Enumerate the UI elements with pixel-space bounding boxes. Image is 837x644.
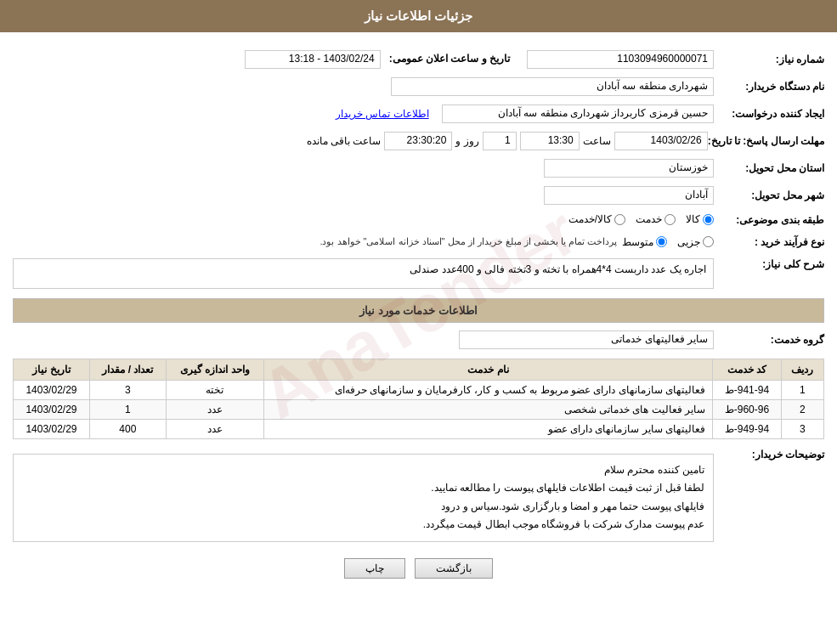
deadline-remaining-label: ساعت باقی مانده [307,135,382,147]
creator-label: ایجاد کننده درخواست: [714,108,824,120]
creator-value: حسین قرمزی کاربرداز شهرداری منطقه سه آبا… [442,105,714,123]
category-radio-kala[interactable] [703,214,714,225]
services-table: ردیف کد خدمت نام خدمت واحد اندازه گیری ت… [13,359,824,439]
cell-unit: عدد [166,419,263,438]
buyer-notes-label: توضیحات خریدار: [714,449,824,460]
cell-qty: 400 [89,419,166,438]
deadline-date: 1403/02/26 [614,132,708,150]
cell-name: سایر فعالیت های خدماتی شخصی [263,399,712,419]
category-radio-khedmat[interactable] [665,214,676,225]
cell-code: 941-94-ط [712,380,781,399]
announce-date-value: 1403/02/24 - 13:18 [245,50,381,69]
buyer-org-row: نام دستگاه خریدار: شهرداری منطقه سه آباد… [13,75,824,99]
province-row: استان محل تحویل: خوزستان [13,156,824,180]
print-button[interactable]: چاپ [344,558,405,579]
buyer-notes-row: توضیحات خریدار: تامین کننده محترم سلام ل… [13,446,824,550]
service-group-label: گروه خدمت: [714,334,824,346]
category-option-both: کالا/خدمت [568,213,625,225]
buyer-org-value: شهرداری منطقه سه آبادان [391,77,714,96]
cell-code: 960-96-ط [712,399,781,419]
cell-row: 3 [781,419,823,438]
cell-unit: عدد [166,399,263,419]
process-radio-jozi[interactable] [703,236,714,247]
process-row: نوع فرآیند خرید : جزیی متوسط پرداخت تمام… [13,234,824,251]
category-row: طبقه بندی موضوعی: کالا خدمت کالا/خدمت [13,211,824,230]
col-date: تاریخ نیاز [14,359,90,380]
col-unit: واحد اندازه گیری [166,359,263,380]
table-header-row: ردیف کد خدمت نام خدمت واحد اندازه گیری ت… [14,359,824,380]
buyer-notes-line1: تامین کننده محترم سلام [22,461,704,480]
deadline-remaining: 23:30:20 [384,132,452,150]
buyer-notes-value: تامین کننده محترم سلام لطفا قبل از ثبت ق… [13,454,714,542]
back-button[interactable]: بازگشت [415,558,493,579]
process-option-motavasset: متوسط [622,236,667,248]
process-radio-motavasset[interactable] [656,236,667,247]
table-row: 2 960-96-ط سایر فعالیت های خدماتی شخصی ع… [14,399,824,419]
cell-qty: 3 [89,380,166,399]
cell-unit: تخته [166,380,263,399]
deadline-day-label: روز و [455,135,478,147]
deadline-time: 13:30 [520,132,580,150]
need-number-value: 1103094960000071 [527,50,714,69]
cell-name: فعالیتهای سایر سازمانهای دارای عضو [263,419,712,438]
category-option-khedmat: خدمت [636,213,676,225]
cell-code: 949-94-ط [712,419,781,438]
service-group-row: گروه خدمت: سایر فعالیتهای خدماتی [13,328,824,352]
category-label-khedmat: خدمت [636,213,662,225]
need-desc-label: شرح کلی نیاز: [714,258,824,270]
need-number-label: شماره نیاز: [714,54,824,65]
city-label: شهر محل تحویل: [714,189,824,201]
col-code: کد خدمت [712,359,781,380]
cell-date: 1403/02/29 [14,380,90,399]
need-desc-value: اجاره یک عدد داربست 4*4همراه با تخته و 3… [13,258,714,289]
process-label: نوع فرآیند خرید : [714,236,824,248]
category-option-kala: کالا [686,213,714,225]
page-header: جزئیات اطلاعات نیاز [0,0,837,32]
creator-row: ایجاد کننده درخواست: حسین قرمزی کاربرداز… [13,102,824,126]
cell-qty: 1 [89,399,166,419]
process-label-motavasset: متوسط [622,236,653,248]
deadline-time-label: ساعت [583,135,611,147]
category-label: طبقه بندی موضوعی: [714,214,824,226]
page-title: جزئیات اطلاعات نیاز [365,8,472,23]
category-label-kala: کالا [686,213,700,225]
need-number-row: شماره نیاز: 1103094960000071 تاریخ و ساع… [13,48,824,71]
service-group-value: سایر فعالیتهای خدماتی [459,330,714,349]
cell-date: 1403/02/29 [14,399,90,419]
cell-row: 2 [781,399,823,419]
deadline-row: مهلت ارسال پاسخ: تا تاریخ: 1403/02/26 سا… [13,129,824,153]
category-radio-group: کالا خدمت کالا/خدمت [568,213,714,225]
city-row: شهر محل تحویل: آبادان [13,184,824,207]
deadline-label: مهلت ارسال پاسخ: تا تاریخ: [708,135,824,147]
process-label-jozi: جزیی [677,236,700,248]
need-desc-row: شرح کلی نیاز: اجاره یک عدد داربست 4*4همر… [13,256,824,291]
buyer-notes-line4: عدم پیوست مدارک شرکت با فروشگاه موجب ابط… [22,516,704,534]
buyer-org-label: نام دستگاه خریدار: [714,81,824,93]
buyer-notes-line2: لطفا قبل از ثبت قیمت اطلاعات فایلهای پیو… [22,479,704,498]
col-name: نام خدمت [263,359,712,380]
process-note: پرداخت تمام یا بخشی از مبلغ خریدار از مح… [320,236,617,247]
process-option-jozi: جزیی [677,236,714,248]
cell-name: فعالیتهای سازمانهای دارای عضو مربوط به ک… [263,380,712,399]
creator-contact-link[interactable]: اطلاعات تماس خریدار [336,108,429,120]
category-label-both: کالا/خدمت [568,213,612,225]
deadline-day: 1 [483,132,517,150]
table-row: 1 941-94-ط فعالیتهای سازمانهای دارای عضو… [14,380,824,399]
process-radio-group: جزیی متوسط [622,236,714,248]
province-value: خوزستان [544,159,714,178]
city-value: آبادان [544,186,714,205]
col-qty: تعداد / مقدار [89,359,166,380]
buyer-notes-line3: فایلهای پیوست حتما مهر و امضا و بارگزاری… [22,498,704,517]
col-row: ردیف [781,359,823,380]
announce-date-label: تاریخ و ساعت اعلان عمومی: [389,53,510,65]
button-row: بازگشت چاپ [13,550,824,587]
category-radio-both[interactable] [614,214,625,225]
table-row: 3 949-94-ط فعالیتهای سایر سازمانهای دارا… [14,419,824,438]
services-section-header: اطلاعات خدمات مورد نیاز [13,298,824,323]
province-label: استان محل تحویل: [714,162,824,174]
cell-date: 1403/02/29 [14,419,90,438]
cell-row: 1 [781,380,823,399]
